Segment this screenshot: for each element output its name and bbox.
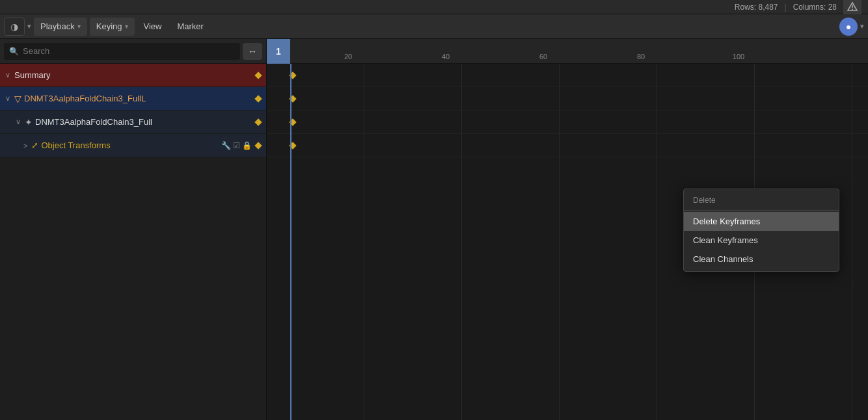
toolbar: ◑ ▾ Playback ▾ Keying ▾ View Marker ● ▾	[0, 14, 868, 39]
clean-keyframes-label: Clean Keyframes	[693, 235, 758, 245]
tree-row-dnmt3-sub[interactable]: ∨ ✦ DNMT3AalphaFoldChain3_Full	[0, 111, 266, 134]
chevron-icon: ∨	[16, 118, 21, 126]
tick-60: 60	[495, 53, 592, 60]
circle-toggle-button[interactable]: ●	[839, 18, 858, 36]
context-menu-header: Delete	[684, 192, 839, 209]
search-swap-button[interactable]: ↔	[243, 43, 262, 60]
timeline-row-summary	[267, 64, 868, 87]
view-menu-button[interactable]: View	[137, 18, 169, 36]
context-menu: Delete Delete Keyframes Clean Keyframes …	[683, 189, 839, 272]
timeline-ruler: 1 20 40 60 80 100	[267, 39, 868, 64]
transforms-icon: ⤢	[31, 140, 38, 150]
stats-separator: |	[785, 3, 787, 12]
playback-menu-button[interactable]: Playback ▾	[34, 18, 87, 36]
object-icon: ▽	[14, 94, 21, 104]
tree-row-object-transforms[interactable]: > ⤢ Object Transforms 🔧 ☑ 🔒	[0, 134, 266, 157]
marker-label: Marker	[177, 21, 203, 31]
view-label: View	[144, 21, 162, 31]
tick-40: 40	[397, 53, 495, 60]
tick-20: 20	[299, 53, 397, 60]
toolbar-end-arrow: ▾	[860, 22, 864, 31]
search-icon: 🔍	[9, 47, 19, 56]
app-icon-button[interactable]: ◑	[4, 18, 25, 36]
tree-row-summary[interactable]: ∨ Summary	[0, 64, 266, 87]
summary-label: Summary	[14, 70, 252, 80]
main-layout: 🔍 ↔ ∨ Summary ∨ ▽ DNMT3AalphaFoldChain3_…	[0, 39, 868, 420]
sub-icon: ✦	[25, 117, 33, 127]
marker-menu-button[interactable]: Marker	[170, 18, 210, 36]
columns-stat: Columns: 28	[793, 3, 837, 12]
circle-icon: ●	[846, 21, 851, 32]
timeline-row-transforms	[267, 134, 868, 157]
dnmt3-sub-label: DNMT3AalphaFoldChain3_Full	[35, 117, 252, 127]
timeline-row-dnmt3-full	[267, 87, 868, 111]
context-menu-separator	[684, 210, 839, 211]
swap-icon: ↔	[248, 46, 257, 57]
tick-100: 100	[690, 53, 787, 60]
current-frame-number: 1	[276, 46, 281, 57]
search-bar: 🔍 ↔	[0, 39, 266, 64]
rows-stat: Rows: 8,487	[735, 3, 778, 12]
context-menu-clean-channels[interactable]: Clean Channels	[684, 250, 839, 269]
keyframe-marker	[254, 118, 262, 125]
context-menu-delete-keyframes[interactable]: Delete Keyframes	[684, 212, 839, 231]
toolbar-dropdown-arrow: ▾	[27, 22, 31, 31]
playback-arrow: ▾	[77, 23, 81, 30]
keying-arrow: ▾	[125, 23, 128, 30]
timeline-area: 1 20 40 60 80 100	[267, 39, 868, 420]
object-transforms-label: Object Transforms	[41, 140, 219, 150]
row-actions: 🔧 ☑ 🔒	[221, 141, 252, 150]
dnmt3-full-label: DNMT3AalphaFoldChain3_FullL	[24, 94, 252, 103]
stats-icon	[843, 0, 861, 14]
timeline-cursor	[290, 64, 292, 420]
stats-bar: Rows: 8,487 | Columns: 28	[0, 0, 868, 14]
keying-menu-button[interactable]: Keying ▾	[90, 18, 135, 36]
app-icon: ◑	[10, 21, 18, 32]
keyframe-marker	[254, 95, 262, 102]
context-menu-clean-keyframes[interactable]: Clean Keyframes	[684, 231, 839, 250]
lock-icon[interactable]: 🔒	[242, 141, 252, 150]
left-panel: 🔍 ↔ ∨ Summary ∨ ▽ DNMT3AalphaFoldChain3_…	[0, 39, 267, 420]
checkbox-icon[interactable]: ☑	[233, 141, 240, 150]
tree-row-dnmt3-full[interactable]: ∨ ▽ DNMT3AalphaFoldChain3_FullL	[0, 87, 266, 111]
chevron-icon: ∨	[5, 71, 10, 79]
search-input[interactable]	[23, 46, 235, 56]
clean-channels-label: Clean Channels	[693, 254, 753, 264]
chevron-icon: >	[23, 142, 27, 150]
timeline-row-dnmt3-sub	[267, 111, 868, 134]
keyframe-marker	[254, 72, 262, 79]
playback-label: Playback	[40, 21, 75, 31]
tick-80: 80	[592, 53, 690, 60]
delete-keyframes-label: Delete Keyframes	[693, 217, 760, 226]
wrench-icon[interactable]: 🔧	[221, 141, 231, 150]
search-input-wrap: 🔍	[4, 43, 240, 60]
svg-point-2	[852, 9, 853, 10]
ruler-ticks: 20 40 60 80 100	[267, 53, 868, 60]
keying-label: Keying	[96, 21, 122, 31]
current-frame-indicator[interactable]: 1	[267, 39, 290, 64]
chevron-icon: ∨	[5, 94, 10, 103]
keyframe-marker	[254, 142, 262, 149]
